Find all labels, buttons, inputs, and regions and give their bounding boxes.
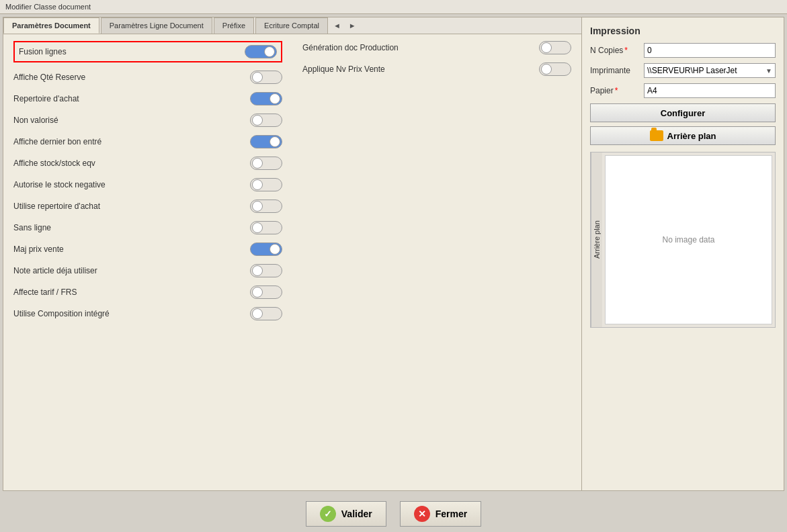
toggle-utilise-repertoire[interactable] xyxy=(250,200,282,213)
toggle-repertoire-achat[interactable] xyxy=(250,92,282,105)
folder-icon xyxy=(650,130,663,141)
label-affiche-stock: Affiche stock/stock eqv xyxy=(13,159,250,168)
check-icon: ✓ xyxy=(320,506,336,522)
label-affiche-qte: Affiche Qté Reserve xyxy=(13,73,250,82)
left-column: Fusion lignes Affiche Qté Reserve Repert… xyxy=(3,34,292,490)
field-row-sans-ligne: Sans ligne xyxy=(13,221,282,234)
title-bar: Modifier Classe document xyxy=(0,0,787,14)
tab-parametres-document[interactable]: Paramètres Document xyxy=(3,17,99,34)
label-sans-ligne: Sans ligne xyxy=(13,223,250,232)
impression-panel: Impression N Copies* Imprimante \\SERVEU… xyxy=(582,17,784,490)
tabs-row: Paramètres Document Paramètres Ligne Doc… xyxy=(3,17,581,34)
tab-nav-prev[interactable]: ◄ xyxy=(329,17,345,34)
preview-area: Arrière plan No image data xyxy=(590,152,776,328)
tab-parametres-ligne-document[interactable]: Paramètres Ligne Document xyxy=(101,17,212,34)
n-copies-row: N Copies* xyxy=(590,43,776,58)
field-row-utilise-repertoire: Utilise repertoire d'achat xyxy=(13,200,282,213)
field-row-repertoire-achat: Repertoire d'achat xyxy=(13,92,282,105)
imprimante-select[interactable]: \\SERVEUR\HP LaserJet ▼ xyxy=(644,63,776,78)
label-fusion-lignes: Fusion lignes xyxy=(19,47,245,56)
imprimante-row: Imprimante \\SERVEUR\HP LaserJet ▼ xyxy=(590,63,776,78)
toggle-utilise-composition[interactable] xyxy=(250,307,282,320)
tab-ecriture-comptal[interactable]: Ecriture Comptal xyxy=(255,17,328,34)
toggle-affiche-dernier[interactable] xyxy=(250,135,282,148)
label-note-article: Note article déja utiliser xyxy=(13,266,250,275)
impression-title: Impression xyxy=(590,26,776,36)
toggle-fusion-lignes[interactable] xyxy=(245,45,277,58)
field-row-note-article: Note article déja utiliser xyxy=(13,264,282,277)
window-title: Modifier Classe document xyxy=(5,3,91,11)
toggle-affiche-stock[interactable] xyxy=(250,157,282,170)
label-repertoire-achat: Repertoire d'achat xyxy=(13,94,250,103)
imprimante-label: Imprimante xyxy=(590,66,644,75)
label-utilise-repertoire: Utilise repertoire d'achat xyxy=(13,202,250,211)
arriere-plan-button[interactable]: Arrière plan xyxy=(590,126,776,145)
n-copies-label: N Copies* xyxy=(590,46,644,55)
arriere-plan-vertical-label: Arrière plan xyxy=(591,152,602,327)
field-row-maj-prix: Maj prix vente xyxy=(13,242,282,256)
papier-row: Papier* xyxy=(590,83,776,98)
toggle-affecte-tarif[interactable] xyxy=(250,285,282,299)
tab-nav-next[interactable]: ► xyxy=(345,17,360,34)
label-affecte-tarif: Affecte tarif / FRS xyxy=(13,287,250,297)
toggle-autorise-stock[interactable] xyxy=(250,178,282,191)
close-icon: ✕ xyxy=(414,506,430,522)
field-row-affiche-dernier: Affiche dernier bon entré xyxy=(13,135,282,148)
tab-prefixe[interactable]: Préfixe xyxy=(214,17,254,34)
valider-button[interactable]: ✓ Valider xyxy=(306,501,386,527)
select-arrow-icon: ▼ xyxy=(765,67,772,75)
footer: ✓ Valider ✕ Fermer xyxy=(0,494,787,532)
label-utilise-composition: Utilise Composition intégré xyxy=(13,309,250,318)
field-row-affiche-stock: Affiche stock/stock eqv xyxy=(13,157,282,170)
field-row-generation-doc: Génération doc Production xyxy=(302,41,571,54)
imprimante-value: \\SERVEUR\HP LaserJet xyxy=(647,66,737,75)
field-row-utilise-composition: Utilise Composition intégré xyxy=(13,307,282,320)
n-copies-input[interactable] xyxy=(644,43,776,58)
toggle-affiche-qte[interactable] xyxy=(250,71,282,84)
papier-label: Papier* xyxy=(590,86,644,95)
field-row-fusion-lignes: Fusion lignes xyxy=(13,41,282,62)
label-generation-doc: Génération doc Production xyxy=(302,43,539,52)
right-column: Génération doc Production Applique Nv Pr… xyxy=(292,34,581,490)
toggle-note-article[interactable] xyxy=(250,264,282,277)
fermer-button[interactable]: ✕ Fermer xyxy=(400,501,481,527)
field-row-affiche-qte: Affiche Qté Reserve xyxy=(13,71,282,84)
label-applique-nv: Applique Nv Prix Vente xyxy=(302,64,539,74)
label-autorise-stock: Autorise le stock negative xyxy=(13,180,250,189)
toggle-non-valorise[interactable] xyxy=(250,114,282,127)
label-maj-prix: Maj prix vente xyxy=(13,245,250,254)
toggle-maj-prix[interactable] xyxy=(250,242,282,256)
papier-input[interactable] xyxy=(644,83,776,98)
field-row-autorise-stock: Autorise le stock negative xyxy=(13,178,282,191)
preview-image: No image data xyxy=(605,155,772,324)
field-row-affecte-tarif: Affecte tarif / FRS xyxy=(13,285,282,299)
label-non-valorise: Non valorisé xyxy=(13,116,250,125)
configurer-button[interactable]: Configurer xyxy=(590,103,776,122)
toggle-generation-doc[interactable] xyxy=(539,41,571,54)
toggle-applique-nv[interactable] xyxy=(539,62,571,76)
field-row-applique-nv: Applique Nv Prix Vente xyxy=(302,62,571,76)
label-affiche-dernier: Affiche dernier bon entré xyxy=(13,137,250,146)
field-row-non-valorise: Non valorisé xyxy=(13,114,282,127)
toggle-sans-ligne[interactable] xyxy=(250,221,282,234)
